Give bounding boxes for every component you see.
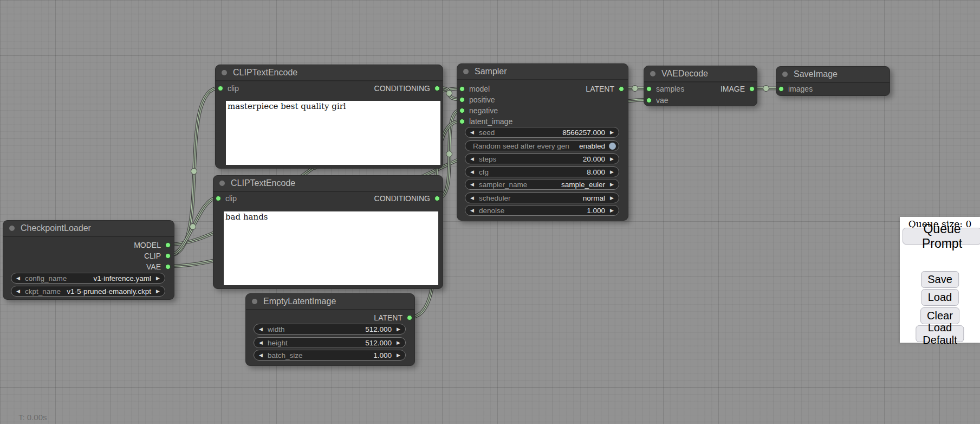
decrement-arrow-icon[interactable]: ◀ xyxy=(254,340,268,345)
input-dot-icon[interactable] xyxy=(459,108,465,113)
graph-canvas[interactable]: { "canvas": { "status_text": "T: 0.00s" … xyxy=(0,0,980,424)
node-title-bar[interactable]: Sampler xyxy=(457,64,628,80)
increment-arrow-icon[interactable]: ▶ xyxy=(392,352,405,358)
input-dot-icon[interactable] xyxy=(218,86,223,91)
decrement-arrow-icon[interactable]: ◀ xyxy=(254,352,268,358)
increment-arrow-icon[interactable]: ▶ xyxy=(392,340,405,345)
input-slot-positive[interactable]: positive xyxy=(457,94,628,105)
widget-denoise[interactable]: ◀ denoise 1.000 ▶ xyxy=(465,205,619,216)
widget-steps[interactable]: ◀ steps 20.000 ▶ xyxy=(465,153,619,164)
output-slot-vae[interactable]: VAE xyxy=(3,261,174,272)
link-midpoint-dot xyxy=(446,151,452,157)
input-slot-vae[interactable]: vae xyxy=(644,95,757,106)
node-title: CheckpointLoader xyxy=(21,223,91,233)
output-slot-clip[interactable]: CLIP xyxy=(3,250,174,261)
increment-arrow-icon[interactable]: ▶ xyxy=(605,208,619,213)
decrement-arrow-icon[interactable]: ◀ xyxy=(465,208,479,213)
output-dot-icon[interactable] xyxy=(749,86,755,92)
node-checkpoint-loader[interactable]: CheckpointLoader MODEL CLIP VAE ◀ config… xyxy=(3,220,174,300)
widget-batch-size[interactable]: ◀ batch_size 1.000 ▶ xyxy=(254,350,406,361)
output-dot-icon[interactable] xyxy=(434,86,440,91)
output-dot-icon[interactable] xyxy=(165,264,171,269)
node-title-bar[interactable]: VAEDecode xyxy=(644,66,757,82)
node-clip-text-encode-negative[interactable]: CLIPTextEncode clip CONDITIONING bad han… xyxy=(213,175,443,289)
input-dot-icon[interactable] xyxy=(216,196,221,201)
slot-row: clip CONDITIONING xyxy=(213,193,443,204)
input-slot-images[interactable]: images xyxy=(776,83,890,94)
increment-arrow-icon[interactable]: ▶ xyxy=(151,275,165,281)
widget-config-name[interactable]: ◀ config_name v1-inference.yaml ▶ xyxy=(11,273,165,284)
side-menu-panel: Queue size: 0 Queue Prompt Save Load Cle… xyxy=(900,217,980,343)
widget-scheduler[interactable]: ◀ scheduler normal ▶ xyxy=(465,192,619,203)
node-title-bar[interactable]: CLIPTextEncode xyxy=(213,176,443,192)
node-clip-text-encode-positive[interactable]: CLIPTextEncode clip CONDITIONING masterp… xyxy=(215,65,443,169)
widget-random-seed-toggle[interactable]: Random seed after every gen enabled xyxy=(465,140,619,151)
node-title-bar[interactable]: CLIPTextEncode xyxy=(216,65,443,81)
output-slot-latent[interactable]: LATENT xyxy=(246,312,414,323)
node-title: Sampler xyxy=(475,67,507,76)
increment-arrow-icon[interactable]: ▶ xyxy=(605,169,619,175)
collapse-dot-icon[interactable] xyxy=(463,69,469,74)
decrement-arrow-icon[interactable]: ◀ xyxy=(465,156,479,162)
decrement-arrow-icon[interactable]: ◀ xyxy=(465,169,479,175)
input-dot-icon[interactable] xyxy=(459,119,465,124)
widget-height[interactable]: ◀ height 512.000 ▶ xyxy=(254,337,406,348)
widget-ckpt-name[interactable]: ◀ ckpt_name v1-5-pruned-emaonly.ckpt ▶ xyxy=(11,286,165,297)
positive-prompt-textarea[interactable]: masterpiece best quality girl xyxy=(226,101,440,165)
negative-prompt-textarea[interactable]: bad hands xyxy=(224,211,438,285)
widget-width[interactable]: ◀ width 512.000 ▶ xyxy=(254,324,406,335)
output-dot-icon[interactable] xyxy=(407,315,412,320)
load-button[interactable]: Load xyxy=(921,289,959,306)
increment-arrow-icon[interactable]: ▶ xyxy=(605,182,619,187)
link-midpoint-dot xyxy=(190,224,196,230)
input-dot-icon[interactable] xyxy=(646,86,652,92)
node-empty-latent-image[interactable]: EmptyLatentImage LATENT ◀ width 512.000 … xyxy=(245,293,415,366)
node-title-bar[interactable]: EmptyLatentImage xyxy=(246,294,414,310)
output-dot-icon[interactable] xyxy=(434,196,440,201)
widget-cfg[interactable]: ◀ cfg 8.000 ▶ xyxy=(465,166,619,177)
node-vae-decode[interactable]: VAEDecode samples IMAGE vae xyxy=(644,66,757,106)
input-dot-icon[interactable] xyxy=(778,86,784,92)
increment-arrow-icon[interactable]: ▶ xyxy=(605,130,619,135)
input-slot-latent-image[interactable]: latent_image xyxy=(457,116,628,127)
decrement-arrow-icon[interactable]: ◀ xyxy=(11,275,25,281)
output-slot-model[interactable]: MODEL xyxy=(3,240,174,250)
link-midpoint-dot xyxy=(191,169,197,175)
output-dot-icon[interactable] xyxy=(619,86,624,92)
output-dot-icon[interactable] xyxy=(165,253,171,259)
increment-arrow-icon[interactable]: ▶ xyxy=(392,326,405,332)
node-title-bar[interactable]: CheckpointLoader xyxy=(3,221,174,237)
decrement-arrow-icon[interactable]: ◀ xyxy=(465,182,479,187)
input-dot-icon[interactable] xyxy=(459,97,465,102)
increment-arrow-icon[interactable]: ▶ xyxy=(605,156,619,162)
node-title: CLIPTextEncode xyxy=(233,68,297,78)
decrement-arrow-icon[interactable]: ◀ xyxy=(11,288,25,294)
input-dot-icon[interactable] xyxy=(646,98,652,103)
widget-sampler-name[interactable]: ◀ sampler_name sample_euler ▶ xyxy=(465,179,619,190)
decrement-arrow-icon[interactable]: ◀ xyxy=(465,130,479,135)
increment-arrow-icon[interactable]: ▶ xyxy=(151,288,165,294)
node-title: EmptyLatentImage xyxy=(263,297,336,306)
link-midpoint-dot xyxy=(632,86,638,92)
collapse-dot-icon[interactable] xyxy=(219,181,225,186)
collapse-dot-icon[interactable] xyxy=(222,70,227,75)
load-default-button[interactable]: Load Default xyxy=(916,325,964,342)
node-sampler[interactable]: Sampler model LATENT positive negative l… xyxy=(457,63,628,221)
decrement-arrow-icon[interactable]: ◀ xyxy=(465,195,479,201)
toggle-circle-icon[interactable] xyxy=(609,143,616,150)
collapse-dot-icon[interactable] xyxy=(650,71,656,76)
output-dot-icon[interactable] xyxy=(165,242,171,248)
save-button[interactable]: Save xyxy=(921,271,959,288)
collapse-dot-icon[interactable] xyxy=(252,299,257,304)
increment-arrow-icon[interactable]: ▶ xyxy=(605,195,619,201)
node-save-image[interactable]: SaveImage images xyxy=(776,66,890,96)
node-title: SaveImage xyxy=(794,69,838,79)
queue-prompt-button[interactable]: Queue Prompt xyxy=(903,228,980,245)
input-slot-negative[interactable]: negative xyxy=(457,105,628,116)
widget-seed[interactable]: ◀ seed 8566257.000 ▶ xyxy=(465,127,619,138)
collapse-dot-icon[interactable] xyxy=(9,226,15,231)
node-title-bar[interactable]: SaveImage xyxy=(776,67,890,83)
collapse-dot-icon[interactable] xyxy=(782,72,788,77)
decrement-arrow-icon[interactable]: ◀ xyxy=(254,326,268,332)
input-dot-icon[interactable] xyxy=(459,86,465,92)
